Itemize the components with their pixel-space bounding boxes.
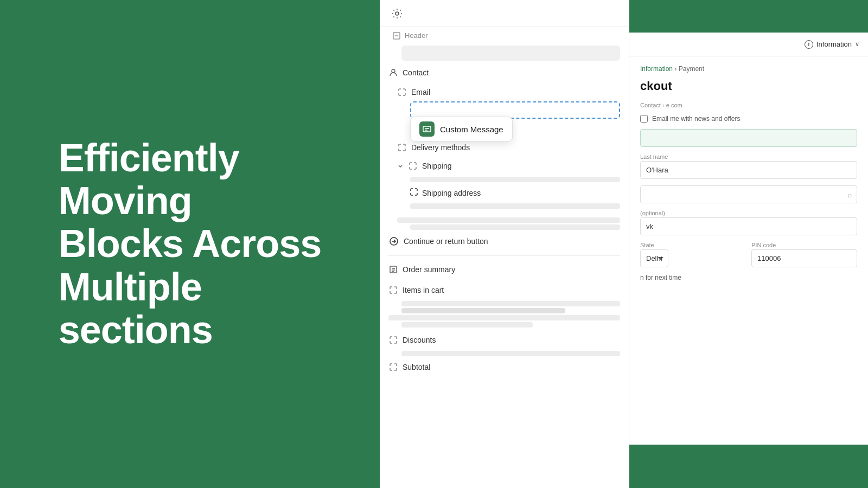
divider-1 [388, 255, 620, 256]
order-summary-label: Order summary [403, 265, 455, 274]
top-bar [380, 0, 629, 27]
svg-rect-4 [423, 126, 431, 132]
hero-text: Efficiently Moving Blocks Across Multipl… [59, 137, 322, 351]
contact-icon [388, 68, 398, 78]
continue-icon [388, 236, 399, 247]
last-name-input[interactable] [640, 161, 857, 179]
subtotal-label: Subtotal [403, 363, 430, 371]
info-chevron-icon: ∨ [855, 41, 859, 48]
breadcrumb: Information › Payment [640, 65, 857, 73]
shipping-sub: Shipping address [388, 177, 629, 216]
continue-label: Continue or return button [404, 237, 488, 246]
subtotal-corner-icon [388, 362, 398, 372]
email-input-group [640, 129, 857, 147]
save-row: n for next time [640, 274, 857, 281]
svg-point-0 [395, 12, 399, 15]
last-name-group: Last name [640, 153, 857, 179]
offers-checkbox[interactable] [640, 115, 648, 123]
order-summary-header[interactable]: Order summary [380, 258, 629, 281]
contact-header[interactable]: Contact [380, 62, 629, 83]
info-icon: i [805, 40, 813, 49]
items-in-cart-label: Items in cart [403, 286, 444, 294]
delivery-methods-label: Delivery methods [411, 143, 470, 152]
state-label: State [640, 242, 746, 248]
shipping-address-item[interactable]: Shipping address [410, 184, 629, 202]
state-pin-row: State Delhi PIN code [640, 242, 857, 267]
contact-label: Contact [403, 68, 429, 77]
checkout-form: Information › Payment ckout Contact › e.… [629, 56, 868, 299]
email-corner-icon [397, 87, 407, 97]
contact-section: Contact Email [380, 62, 629, 253]
right-top-banner [629, 0, 868, 33]
delivery-corner-icon [397, 143, 407, 152]
shipping-row[interactable]: Shipping [388, 157, 629, 175]
order-summary-section: Order summary Items in cart [380, 258, 629, 378]
discounts-row[interactable]: Discounts [380, 331, 629, 349]
address-search-row: ⌕ [640, 185, 857, 203]
items-corner-icon [388, 285, 398, 295]
optional-group: (optional) [640, 210, 857, 235]
section-list: Header Contact [380, 27, 629, 488]
items-in-cart-row[interactable]: Items in cart [380, 281, 629, 299]
custom-message-popup[interactable]: Custom Message [410, 117, 513, 142]
optional-input[interactable] [640, 217, 857, 235]
state-select[interactable]: Delhi [640, 249, 668, 267]
shipping-address-icon [410, 188, 418, 197]
svg-point-3 [392, 69, 395, 73]
last-name-label: Last name [640, 153, 857, 160]
breadcrumb-information: Information [640, 65, 673, 73]
breadcrumb-payment: Payment [679, 65, 704, 73]
custom-message-label: Custom Message [440, 125, 503, 134]
contact-number-label: Contact › e.com [640, 102, 857, 108]
breadcrumb-sep: › [674, 65, 678, 73]
header-row: Header [380, 27, 629, 44]
continue-button-row[interactable]: Continue or return button [380, 232, 629, 251]
email-row[interactable]: Email [388, 83, 629, 101]
middle-panel: Header Contact [380, 0, 629, 488]
pin-input[interactable] [751, 249, 857, 267]
right-panel: i Information ∨ Information › Payment ck… [629, 0, 868, 488]
left-panel: Efficiently Moving Blocks Across Multipl… [0, 0, 380, 488]
discounts-corner-icon [388, 335, 398, 345]
contact-items: Email Custom Message [380, 83, 629, 230]
subtotal-row[interactable]: Subtotal [380, 358, 629, 376]
pin-group: PIN code [751, 242, 857, 267]
offers-checkbox-row[interactable]: Email me with news and offers [640, 115, 857, 123]
search-icon: ⌕ [847, 190, 852, 199]
checkout-title: ckout [640, 79, 857, 93]
shipping-label: Shipping [422, 162, 452, 170]
optional-label: (optional) [640, 210, 857, 216]
header-placeholder-label: Header [405, 31, 428, 40]
gear-button[interactable] [388, 5, 406, 22]
right-bottom-banner [629, 445, 868, 488]
order-summary-icon [388, 265, 398, 274]
address-search-input[interactable] [640, 185, 857, 203]
shipping-corner-icon [408, 161, 418, 171]
custom-message-row: Custom Message [388, 101, 629, 119]
state-group: State Delhi [640, 242, 746, 267]
discounts-label: Discounts [403, 336, 436, 344]
info-bar: i Information ∨ [629, 33, 868, 56]
info-label: Information [816, 40, 852, 48]
custom-message-icon [419, 121, 435, 137]
shipping-address-label: Shipping address [422, 189, 481, 197]
offers-label: Email me with news and offers [652, 115, 741, 123]
email-label: Email [411, 88, 430, 97]
pin-label: PIN code [751, 242, 857, 248]
shipping-chevron-icon [397, 163, 404, 169]
email-input[interactable] [640, 129, 857, 147]
contact-number-group: Contact › e.com [640, 102, 857, 108]
